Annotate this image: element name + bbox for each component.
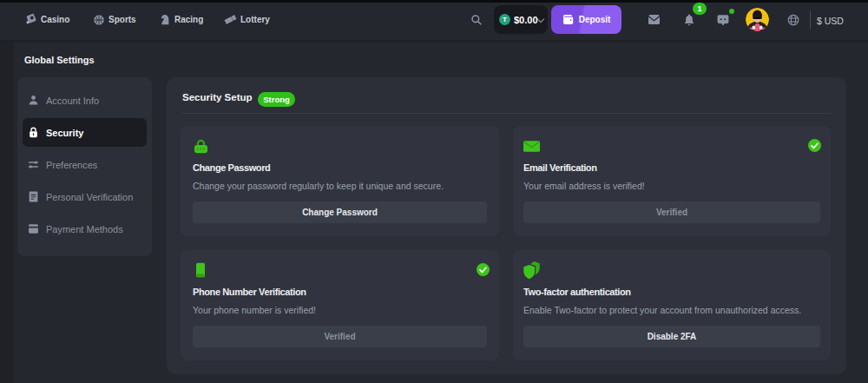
svg-text:T: T	[503, 16, 507, 23]
